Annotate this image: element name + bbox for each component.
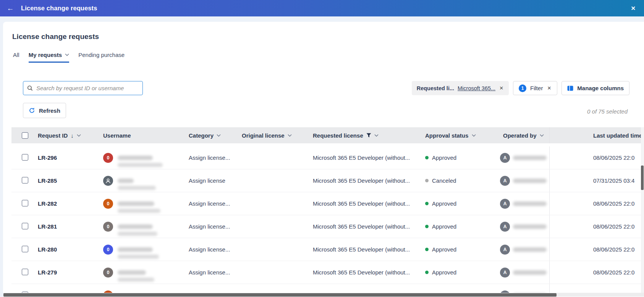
status-dot — [425, 156, 429, 159]
horizontal-scrollbar[interactable] — [3, 293, 557, 297]
last-updated-cell: 08/06/2025 22:0 — [549, 215, 644, 238]
category-cell: Assign license — [185, 177, 238, 184]
table-body: LR-296 0 Assign license... Microsoft 365… — [11, 146, 644, 293]
status-dot — [425, 271, 429, 274]
close-icon[interactable]: ✕ — [631, 5, 636, 12]
redacted-operator — [513, 156, 547, 160]
chevron-down-icon[interactable] — [374, 134, 379, 137]
user-avatar: 0 — [103, 153, 113, 163]
last-updated-cell: 08/06/2025 22:0 — [549, 261, 644, 284]
chevron-down-icon[interactable] — [540, 134, 544, 137]
table-row[interactable]: LR-282 0 Assign license... Microsoft 365… — [11, 192, 644, 215]
remove-filter-icon[interactable]: ✕ — [499, 85, 504, 91]
row-checkbox[interactable] — [22, 269, 28, 275]
requested-license-cell: Microsoft 365 E5 Developer (without... — [310, 246, 422, 253]
operator-avatar: A — [500, 199, 510, 209]
tab-all[interactable]: All — [13, 52, 19, 63]
tab-pending-purchase[interactable]: Pending purchase — [78, 52, 125, 63]
column-header-request-id[interactable]: Request ID ↓ — [34, 132, 95, 139]
last-updated-cell: 08/06/2025 22:0 — [549, 238, 644, 261]
requested-license-cell: Microsoft 365 E5 Developer (without... — [310, 200, 422, 207]
redacted-username — [118, 156, 163, 167]
row-checkbox[interactable] — [22, 177, 28, 183]
status-label: Approved — [432, 154, 456, 161]
redacted-operator — [513, 201, 547, 206]
approval-status-cell: Approved — [422, 223, 499, 230]
column-header-operated-by[interactable]: Operated by — [499, 132, 549, 139]
sort-descending-icon: ↓ — [71, 132, 74, 139]
table-row[interactable]: LR-279 0 Assign license... Microsoft 365… — [11, 261, 644, 284]
status-label: Approved — [432, 200, 456, 207]
requested-license-cell: Microsoft 365 E5 Developer (without... — [310, 154, 422, 161]
select-all-checkbox[interactable] — [22, 132, 28, 139]
filter-button[interactable]: 1 Filter ✕ — [513, 81, 557, 95]
column-header-original-license[interactable]: Original license — [238, 132, 310, 139]
table-row[interactable]: LR-281 0 Assign license... Microsoft 365… — [11, 215, 644, 238]
vertical-scrollbar-track — [641, 127, 644, 293]
search-input[interactable] — [36, 85, 139, 91]
table-row[interactable]: LR-285 Assign license Microsoft 365 E5 D… — [11, 169, 644, 192]
filter-chip-value-link[interactable]: Microsoft 365... — [458, 85, 495, 91]
clear-filters-icon[interactable]: ✕ — [547, 85, 552, 91]
requested-license-cell: Microsoft 365 E5 Developer (without... — [310, 269, 422, 276]
search-box — [23, 81, 143, 95]
request-id-link[interactable]: LR-280 — [38, 246, 57, 253]
user-avatar — [103, 176, 113, 186]
table-header: Request ID ↓ Username Category Original … — [11, 127, 644, 143]
last-updated-cell: 08/06/2025 22:0 — [549, 192, 644, 215]
operated-by-cell: A — [499, 199, 549, 209]
last-updated-cell: 07/31/2025 03:4 — [549, 169, 644, 192]
status-label: Approved — [432, 223, 456, 230]
tab-my-requests[interactable]: My requests — [29, 52, 70, 63]
column-header-approval-status[interactable]: Approval status — [422, 132, 499, 139]
last-updated-cell: 08/06/2025 22:0 — [549, 146, 644, 169]
redacted-username — [118, 179, 156, 190]
chevron-down-icon[interactable] — [77, 134, 81, 137]
operated-by-cell: A — [499, 268, 549, 278]
user-avatar: 0 — [103, 245, 113, 255]
search-icon — [27, 85, 33, 91]
request-id-link[interactable]: LR-279 — [38, 269, 57, 276]
row-checkbox[interactable] — [22, 246, 28, 252]
table-row[interactable]: LR-296 0 Assign license... Microsoft 365… — [11, 146, 644, 169]
column-header-username[interactable]: Username — [95, 132, 185, 139]
operator-avatar: A — [500, 245, 510, 255]
request-id-link[interactable]: LR-296 — [38, 154, 57, 161]
last-updated-cell: 08/06/2025 22:0 — [549, 284, 644, 293]
column-header-last-updated[interactable]: Last updated time — [549, 127, 644, 143]
refresh-button[interactable]: Refresh — [23, 103, 66, 118]
operator-avatar: A — [500, 222, 510, 232]
back-icon[interactable]: ← — [5, 3, 16, 14]
row-checkbox[interactable] — [22, 154, 28, 161]
user-avatar: 0 — [103, 268, 113, 278]
table-row[interactable]: LR-278 0 Assign license... Microsoft 365… — [11, 284, 644, 293]
row-checkbox[interactable] — [22, 223, 28, 229]
column-header-requested-license[interactable]: Requested license — [310, 132, 422, 139]
request-id-link[interactable]: LR-285 — [38, 177, 57, 184]
operator-avatar: A — [500, 268, 510, 278]
requested-license-cell: Microsoft 365 E5 Developer (without... — [310, 177, 422, 184]
category-cell: Assign license... — [185, 269, 238, 276]
request-id-link[interactable]: LR-281 — [38, 223, 57, 230]
redacted-operator — [513, 179, 547, 183]
username-cell: 0 — [95, 152, 185, 164]
refresh-icon — [29, 107, 35, 114]
active-filter-chip: Requested li... Microsoft 365... ✕ — [412, 81, 509, 95]
manage-columns-button[interactable]: Manage columns — [561, 81, 629, 95]
chevron-down-icon[interactable] — [217, 134, 221, 137]
row-checkbox[interactable] — [22, 200, 28, 206]
status-label: Approved — [432, 269, 456, 276]
column-header-category[interactable]: Category — [185, 132, 238, 139]
chevron-down-icon[interactable] — [472, 134, 476, 137]
username-cell: 0 — [95, 198, 185, 209]
requested-license-cell: Microsoft 365 E5 Developer (without... — [310, 223, 422, 230]
request-id-link[interactable]: LR-282 — [38, 200, 57, 207]
category-cell: Assign license... — [185, 246, 238, 253]
approval-status-cell: Approved — [422, 200, 499, 207]
page-title: License change requests — [12, 32, 99, 41]
username-cell — [95, 175, 185, 187]
table-row[interactable]: LR-280 0 Assign license... Microsoft 365… — [11, 238, 644, 261]
approval-status-cell: Canceled — [422, 177, 499, 184]
chevron-down-icon[interactable] — [288, 134, 292, 137]
vertical-scrollbar[interactable] — [641, 166, 644, 190]
